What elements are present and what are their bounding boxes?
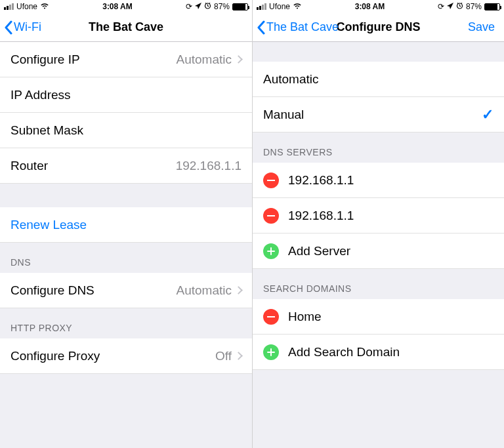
dns-servers-header: DNS SERVERS [253,132,504,163]
dns-server-row[interactable]: 192.168.1.1 [253,198,504,234]
carrier-label: Ufone [16,2,37,11]
rotation-lock-icon: ⟳ [438,2,444,11]
configure-dns-row[interactable]: Configure DNS Automatic [0,273,252,308]
add-search-domain-row[interactable]: Add Search Domain [253,335,504,370]
configure-proxy-label: Configure Proxy [10,349,100,363]
add-icon[interactable] [263,344,279,360]
manual-label: Manual [263,108,304,122]
chevron-right-icon [234,352,243,360]
chevron-right-icon [234,55,243,64]
configure-dns-value: Automatic [177,283,232,298]
add-server-label: Add Server [288,244,350,258]
delete-icon[interactable] [263,208,279,224]
clock: 3:08 AM [102,2,133,11]
signal-icon [4,3,14,10]
dns-option-automatic[interactable]: Automatic [253,62,504,97]
alarm-icon [456,2,463,11]
subnet-mask-row[interactable]: Subnet Mask [0,113,252,148]
nav-title: The Bat Cave [89,20,163,34]
wifi-icon [40,2,49,11]
nav-bar: The Bat Cave Configure DNS Save [253,13,504,42]
add-search-domain-label: Add Search Domain [288,345,400,359]
delete-icon[interactable] [263,309,279,325]
dns-section-header: DNS [0,243,252,273]
configure-proxy-row[interactable]: Configure Proxy Off [0,338,252,374]
battery-icon [232,3,248,10]
router-value: 192.168.1.1 [176,159,242,173]
checkmark-icon: ✓ [482,106,494,123]
dns-server-row[interactable]: 192.168.1.1 [253,163,504,198]
delete-icon[interactable] [263,173,279,188]
location-icon [447,2,453,11]
wifi-icon [293,2,302,11]
chevron-left-icon [4,20,12,35]
nav-title: Configure DNS [337,20,421,34]
dns-option-manual[interactable]: Manual ✓ [253,97,504,132]
search-domain-value: Home [288,310,322,324]
signal-icon [257,3,266,10]
chevron-right-icon [234,286,243,295]
subnet-mask-label: Subnet Mask [10,123,83,138]
configure-ip-value: Automatic [177,52,232,67]
alarm-icon [204,2,211,11]
add-server-row[interactable]: Add Server [253,234,504,269]
configure-ip-row[interactable]: Configure IP Automatic [0,42,252,77]
ip-address-row[interactable]: IP Address [0,77,252,113]
back-label: Wi-Fi [14,20,41,34]
battery-pct-label: 87% [214,2,230,11]
renew-lease-label: Renew Lease [10,218,87,232]
http-proxy-section-header: HTTP PROXY [0,308,252,338]
dns-server-value: 192.168.1.1 [288,173,354,188]
battery-pct-label: 87% [466,2,482,11]
search-domains-header: SEARCH DOMAINS [253,269,504,299]
configure-dns-label: Configure DNS [10,283,94,298]
router-label: Router [10,159,48,173]
add-icon[interactable] [263,243,279,259]
configure-proxy-value: Off [215,349,232,363]
nav-bar: Wi-Fi The Bat Cave [0,13,252,42]
clock: 3:08 AM [355,2,385,11]
carrier-label: Ufone [269,2,290,11]
wifi-detail-screen: Ufone 3:08 AM ⟳ 87% Wi-Fi The Bat Cave C… [0,0,252,448]
back-button[interactable]: The Bat Cave [257,13,339,41]
configure-dns-screen: Ufone 3:08 AM ⟳ 87% The Bat Cave Configu… [252,0,504,448]
router-row[interactable]: Router 192.168.1.1 [0,148,252,184]
status-bar: Ufone 3:08 AM ⟳ 87% [0,0,252,13]
battery-icon [484,3,500,10]
location-icon [195,2,201,11]
back-button[interactable]: Wi-Fi [4,13,41,41]
automatic-label: Automatic [263,72,318,87]
back-label: The Bat Cave [266,20,339,34]
save-button[interactable]: Save [468,13,495,41]
configure-ip-label: Configure IP [10,52,80,67]
dns-server-value: 192.168.1.1 [288,209,354,223]
ip-address-label: IP Address [10,88,71,102]
chevron-left-icon [257,20,265,35]
search-domain-row[interactable]: Home [253,299,504,335]
status-bar: Ufone 3:08 AM ⟳ 87% [253,0,504,13]
renew-lease-button[interactable]: Renew Lease [0,207,252,243]
save-label: Save [468,20,495,34]
rotation-lock-icon: ⟳ [186,2,192,11]
